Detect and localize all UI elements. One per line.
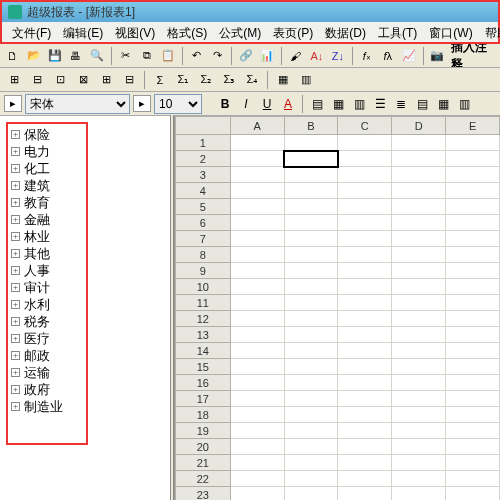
- row-header[interactable]: 17: [176, 391, 231, 407]
- expand-icon[interactable]: +: [11, 266, 20, 275]
- menu-data[interactable]: 数据(D): [319, 22, 372, 42]
- link-icon[interactable]: 🔗: [237, 46, 255, 66]
- cell[interactable]: [446, 167, 500, 183]
- align-icon[interactable]: ▥: [455, 94, 473, 114]
- fx-icon[interactable]: fₓ: [358, 46, 376, 66]
- tree-item[interactable]: +运输: [8, 364, 86, 381]
- cell[interactable]: [446, 279, 500, 295]
- corner-cell[interactable]: [176, 117, 231, 135]
- grid-icon[interactable]: ▦: [273, 70, 293, 90]
- cell[interactable]: [284, 263, 338, 279]
- cell[interactable]: [230, 375, 284, 391]
- cell[interactable]: [392, 487, 446, 501]
- cell[interactable]: [338, 247, 392, 263]
- cell[interactable]: [392, 439, 446, 455]
- row-header[interactable]: 2: [176, 151, 231, 167]
- cell[interactable]: [446, 199, 500, 215]
- cell[interactable]: [230, 279, 284, 295]
- menu-formula[interactable]: 公式(M): [213, 22, 267, 42]
- tree-item[interactable]: +建筑: [8, 177, 86, 194]
- expand-icon[interactable]: +: [11, 198, 20, 207]
- camera-icon[interactable]: 📷: [429, 46, 447, 66]
- cell[interactable]: [338, 471, 392, 487]
- menu-page[interactable]: 表页(P): [267, 22, 319, 42]
- cell[interactable]: [392, 231, 446, 247]
- cell[interactable]: [446, 407, 500, 423]
- row-header[interactable]: 14: [176, 343, 231, 359]
- expand-icon[interactable]: +: [11, 249, 20, 258]
- cell[interactable]: [392, 151, 446, 167]
- cell[interactable]: [338, 327, 392, 343]
- cell[interactable]: [392, 199, 446, 215]
- column-header[interactable]: E: [446, 117, 500, 135]
- tree-item[interactable]: +水利: [8, 296, 86, 313]
- menu-tools[interactable]: 工具(T): [372, 22, 423, 42]
- cell[interactable]: [446, 455, 500, 471]
- paint-icon[interactable]: 🖌: [287, 46, 305, 66]
- new-icon[interactable]: 🗋: [4, 46, 22, 66]
- cell[interactable]: [230, 359, 284, 375]
- align-icon[interactable]: ☰: [371, 94, 389, 114]
- cell[interactable]: [338, 487, 392, 501]
- cell[interactable]: [446, 439, 500, 455]
- cell[interactable]: [392, 471, 446, 487]
- align-right-icon[interactable]: ▥: [350, 94, 368, 114]
- tree-item[interactable]: +教育: [8, 194, 86, 211]
- cell[interactable]: [392, 407, 446, 423]
- cell[interactable]: [230, 327, 284, 343]
- cut-icon[interactable]: ✂: [117, 46, 135, 66]
- cell[interactable]: [230, 199, 284, 215]
- cell[interactable]: [392, 375, 446, 391]
- column-header[interactable]: C: [338, 117, 392, 135]
- cell[interactable]: [230, 247, 284, 263]
- cell[interactable]: [230, 215, 284, 231]
- redo-icon[interactable]: ↷: [208, 46, 226, 66]
- cell[interactable]: [284, 279, 338, 295]
- cell[interactable]: [446, 295, 500, 311]
- font-size-select[interactable]: 10: [154, 94, 202, 114]
- cell[interactable]: [392, 247, 446, 263]
- cell[interactable]: [338, 279, 392, 295]
- cell[interactable]: [230, 295, 284, 311]
- cell[interactable]: [284, 423, 338, 439]
- align-icon[interactable]: ▤: [413, 94, 431, 114]
- cell[interactable]: [392, 167, 446, 183]
- expand-icon[interactable]: +: [11, 232, 20, 241]
- menu-view[interactable]: 视图(V): [109, 22, 161, 42]
- cell[interactable]: [392, 295, 446, 311]
- align-center-icon[interactable]: ▦: [329, 94, 347, 114]
- cell[interactable]: [284, 311, 338, 327]
- cell[interactable]: [230, 135, 284, 151]
- cell[interactable]: [338, 455, 392, 471]
- cell[interactable]: [284, 151, 338, 167]
- menu-help[interactable]: 帮助(H): [479, 22, 500, 42]
- cell[interactable]: [446, 151, 500, 167]
- cell[interactable]: [392, 455, 446, 471]
- open-icon[interactable]: 📂: [25, 46, 43, 66]
- cell[interactable]: [230, 455, 284, 471]
- cell[interactable]: [338, 295, 392, 311]
- cell[interactable]: [284, 295, 338, 311]
- cell[interactable]: [338, 199, 392, 215]
- italic-button[interactable]: I: [237, 94, 255, 114]
- insert-note-button[interactable]: 插入注释: [449, 44, 496, 68]
- row-header[interactable]: 5: [176, 199, 231, 215]
- expand-icon[interactable]: +: [11, 300, 20, 309]
- row-header[interactable]: 11: [176, 295, 231, 311]
- row-header[interactable]: 15: [176, 359, 231, 375]
- row-header[interactable]: 6: [176, 215, 231, 231]
- expand-icon[interactable]: +: [11, 368, 20, 377]
- cell[interactable]: [392, 215, 446, 231]
- cell[interactable]: [284, 167, 338, 183]
- underline-button[interactable]: U: [258, 94, 276, 114]
- row-header[interactable]: 23: [176, 487, 231, 501]
- row-header[interactable]: 13: [176, 327, 231, 343]
- struct-icon[interactable]: ⊞͏: [96, 70, 116, 90]
- tree-item[interactable]: +电力: [8, 143, 86, 160]
- cell[interactable]: [284, 471, 338, 487]
- cell[interactable]: [338, 423, 392, 439]
- cell[interactable]: [446, 487, 500, 501]
- align-left-icon[interactable]: ▤: [308, 94, 326, 114]
- sigma-icon[interactable]: Σ₂: [196, 70, 216, 90]
- cell[interactable]: [284, 391, 338, 407]
